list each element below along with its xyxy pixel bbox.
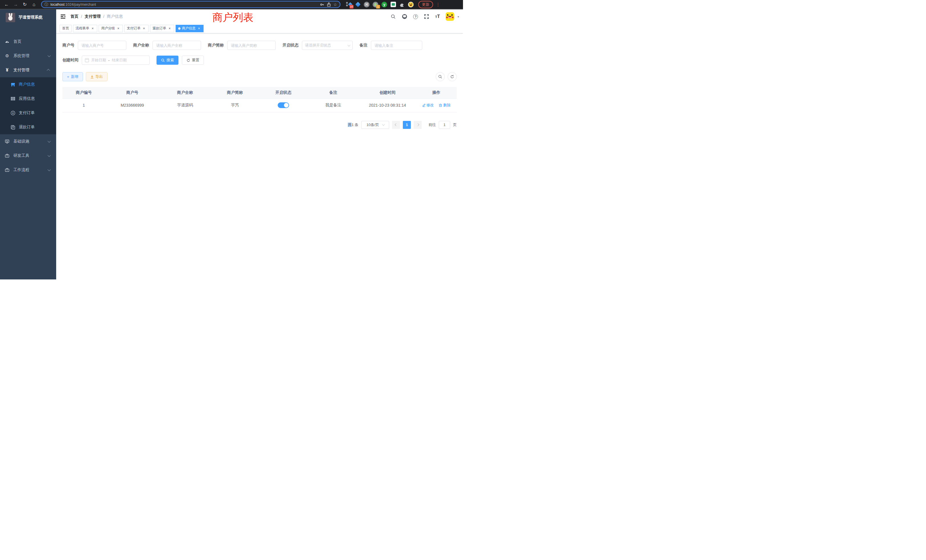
avatar-caret-icon[interactable]: ▾ [458, 15, 459, 18]
tab-user-group[interactable]: 用户分组× [98, 25, 123, 32]
browser-back-icon[interactable]: ← [3, 2, 10, 7]
address-bar[interactable]: ⓘ localhost:1024/pay/merchant ☆ [41, 1, 340, 8]
github-icon[interactable] [402, 14, 407, 20]
payment-submenu: 商户信息 应用信息 ¥ 支付订单 退款订单 [0, 77, 56, 134]
extension-command-icon[interactable]: ⌘ [364, 2, 369, 8]
site-info-icon[interactable]: ⓘ [44, 2, 48, 7]
sidebar-item-label: 商户信息 [19, 82, 35, 87]
reset-button[interactable]: 重置 [182, 56, 204, 65]
breadcrumb-payment[interactable]: 支付管理 [85, 14, 101, 19]
full-name-input[interactable] [153, 41, 201, 50]
next-page-button[interactable] [414, 121, 422, 129]
field-remark: 备注 [360, 41, 422, 50]
date-range-picker[interactable]: 开始日期 - 结束日期 [82, 56, 150, 65]
cell-short-name: 芋艿 [211, 98, 259, 112]
extension-recorder-icon[interactable]: 1 [373, 2, 378, 8]
field-label: 商户全称 [133, 43, 149, 48]
chevron-down-icon [382, 123, 384, 126]
close-icon[interactable]: × [117, 27, 120, 30]
refresh-icon[interactable] [448, 72, 457, 81]
sketch-square-bottom [346, 5, 348, 6]
remark-input[interactable] [371, 41, 422, 50]
url-text: localhost:1024/pay/merchant [50, 3, 96, 6]
password-key-icon[interactable] [320, 2, 324, 7]
edit-link[interactable]: 修改 [422, 103, 434, 108]
sidebar-item-merchant[interactable]: 商户信息 [0, 77, 56, 92]
extension-chat-icon[interactable] [390, 2, 396, 8]
tab-merchant-info[interactable]: 商户信息× [176, 25, 204, 32]
extension-y-icon[interactable]: y [381, 2, 387, 8]
user-avatar[interactable] [446, 12, 454, 21]
breadcrumb: 首页 / 支付管理 / 商户信息 [70, 14, 123, 19]
page-size-select[interactable]: 10条/页 [361, 121, 389, 129]
sidebar-item-payment[interactable]: ¥ 支付管理 [0, 63, 56, 77]
sidebar-item-application[interactable]: 应用信息 [0, 92, 56, 106]
breadcrumb-home[interactable]: 首页 [70, 14, 79, 19]
bookmark-star-icon[interactable]: ☆ [333, 2, 337, 7]
browser-reload-icon[interactable]: ↻ [21, 2, 29, 7]
dashboard-icon [5, 39, 9, 44]
help-icon[interactable]: ? [413, 14, 418, 19]
merchant-no-input[interactable] [78, 41, 126, 50]
extension-sketch-icon[interactable]: 10 [346, 2, 352, 8]
plus-icon: + [67, 75, 69, 79]
close-icon[interactable]: × [91, 27, 95, 30]
short-name-input[interactable] [227, 41, 276, 50]
merchant-table: 商户编号 商户号 商户全称 商户简称 开启状态 备注 创建时间 操作 1 [62, 87, 457, 112]
toggle-knob [284, 103, 289, 107]
sidebar-logo[interactable]: 芋道管理系统 [0, 9, 56, 26]
tab-home[interactable]: 首页 [60, 25, 71, 32]
sidebar-item-pay-order[interactable]: ¥ 支付订单 [0, 106, 56, 120]
delete-link[interactable]: 删除 [439, 103, 451, 108]
close-icon[interactable]: × [197, 27, 201, 30]
cell-status [259, 98, 308, 112]
close-icon[interactable]: × [168, 27, 172, 30]
header-search-icon[interactable] [390, 14, 396, 20]
tab-label: 商户信息 [182, 26, 195, 31]
field-full-name: 商户全称 [133, 41, 201, 50]
extension-gem-icon[interactable] [355, 2, 361, 8]
export-button[interactable]: 导出 [86, 72, 107, 81]
sidebar-item-refund-order[interactable]: 退款订单 [0, 120, 56, 134]
chevron-down-icon [348, 44, 350, 47]
font-size-icon[interactable]: TT [435, 14, 440, 19]
fullscreen-icon[interactable] [424, 14, 429, 20]
add-button[interactable]: + 新增 [62, 72, 83, 81]
sidebar: 芋道管理系统 首页 ⚙ 系统管理 ¥ 支付管理 [0, 9, 56, 279]
refund-doc-icon [11, 125, 15, 130]
share-icon[interactable] [327, 2, 331, 7]
toggle-search-icon[interactable] [436, 72, 445, 81]
goto-page-input[interactable] [439, 121, 450, 129]
search-button-label: 搜索 [166, 58, 174, 63]
browser-menu-icon[interactable]: ⋮ [436, 2, 440, 7]
sidebar-item-devtools[interactable]: 研发工具 [0, 148, 56, 163]
tab-process-form[interactable]: 流程表单× [73, 25, 97, 32]
breadcrumb-current: 商户信息 [107, 14, 123, 19]
tab-label: 退款订单 [153, 26, 166, 31]
extensions-puzzle-icon[interactable] [399, 2, 405, 8]
browser-home-icon[interactable]: ⌂ [30, 2, 38, 7]
profile-avatar[interactable] [408, 2, 414, 8]
browser-forward-icon[interactable]: → [12, 2, 20, 7]
prev-page-button[interactable] [392, 121, 400, 129]
column-header: 商户简称 [211, 87, 259, 98]
search-button[interactable]: 搜索 [156, 56, 179, 65]
navbar: 首页 / 支付管理 / 商户信息 ? TT ▾ [56, 9, 463, 24]
sidebar-item-home[interactable]: 首页 [0, 35, 56, 49]
tab-refund-order[interactable]: 退款订单× [150, 25, 174, 32]
close-icon[interactable]: × [142, 27, 146, 30]
sidebar-item-infra[interactable]: 基础设施 [0, 134, 56, 148]
status-select[interactable]: 请选择开启状态 [302, 41, 353, 50]
hamburger-icon[interactable] [60, 14, 66, 20]
status-toggle[interactable] [278, 102, 289, 108]
page-number-1[interactable]: 1 [403, 121, 411, 129]
tab-pay-order[interactable]: 支付订单× [124, 25, 148, 32]
field-status: 开启状态 请选择开启状态 [283, 41, 353, 50]
browser-update-button[interactable]: 更新 [418, 1, 433, 8]
toolbar-right [436, 72, 457, 81]
search-form-row-1: 商户号 商户全称 商户简称 开启状态 请选择开启状态 [62, 41, 457, 50]
goto-label: 前往 [428, 122, 436, 127]
sidebar-item-workflow[interactable]: 工作流程 [0, 163, 56, 177]
sidebar-item-system[interactable]: ⚙ 系统管理 [0, 49, 56, 63]
gear-icon: ⚙ [5, 54, 9, 58]
